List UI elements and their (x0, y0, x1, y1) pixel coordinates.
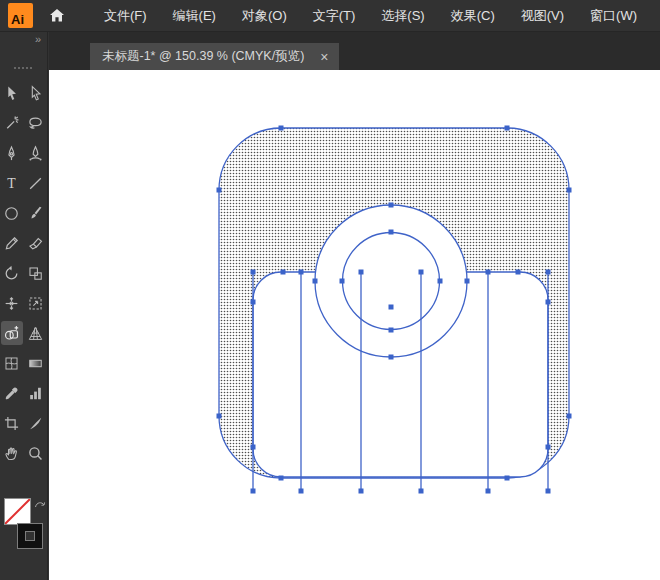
mesh-icon (3, 355, 20, 372)
illustrator-window: Ai 文件(F) 编辑(E) 对象(O) 文字(T) 选择(S) 效果(C) 视… (0, 0, 660, 580)
menu-item-edit[interactable]: 编辑(E) (160, 0, 229, 32)
zoom-tool[interactable] (25, 441, 47, 465)
anchor-point (419, 270, 424, 275)
selection-arrow-icon (3, 85, 20, 102)
none-fill-icon (5, 499, 30, 524)
direct-selection-tool[interactable] (25, 81, 47, 105)
anchor-point (567, 188, 572, 193)
fill-stroke-controls (4, 498, 48, 560)
menu-bar: Ai 文件(F) 编辑(E) 对象(O) 文字(T) 选择(S) 效果(C) 视… (0, 0, 660, 32)
fill-swatch[interactable] (4, 498, 31, 525)
menu-item-type[interactable]: 文字(T) (300, 0, 369, 32)
mesh-tool[interactable] (1, 351, 23, 375)
anchor-point (505, 126, 510, 131)
anchor-point (389, 203, 394, 208)
anchor-point (505, 476, 510, 481)
artwork (49, 70, 660, 580)
anchor-point (359, 489, 364, 494)
pen-tool[interactable] (1, 141, 23, 165)
app-logo: Ai (8, 3, 33, 28)
anchor-point (567, 414, 572, 419)
line-segment-tool[interactable] (25, 171, 47, 195)
shape-builder-tool[interactable] (1, 321, 23, 345)
type-tool[interactable]: T (1, 171, 23, 195)
anchor-point (465, 279, 470, 284)
stroke-swatch-hole (25, 531, 35, 541)
hand-tool[interactable] (1, 441, 23, 465)
slice-tool[interactable] (25, 411, 47, 435)
column-graph-icon (27, 385, 44, 402)
canvas[interactable] (49, 70, 660, 580)
paintbrush-icon (27, 205, 44, 222)
eraser-tool[interactable] (25, 231, 47, 255)
width-tool[interactable] (1, 291, 23, 315)
document-tab[interactable]: 未标题-1* @ 150.39 % (CMYK/预览) × (90, 43, 339, 70)
anchor-point (389, 328, 394, 333)
lasso-tool[interactable] (25, 111, 47, 135)
anchor-point (419, 489, 424, 494)
menu-item-file[interactable]: 文件(F) (91, 0, 160, 32)
home-icon (49, 8, 65, 23)
free-transform-tool[interactable] (25, 291, 47, 315)
zoom-icon (27, 445, 44, 462)
rotate-tool[interactable] (1, 261, 23, 285)
width-icon (3, 295, 20, 312)
magic-wand-tool[interactable] (1, 111, 23, 135)
anchor-point (251, 445, 256, 450)
selection-tool[interactable] (1, 81, 23, 105)
anchor-point (299, 489, 304, 494)
scale-icon (27, 265, 44, 282)
anchor-point (313, 279, 318, 284)
menu-items: 文件(F) 编辑(E) 对象(O) 文字(T) 选择(S) 效果(C) 视图(V… (91, 0, 650, 32)
document-tab-title: 未标题-1* @ 150.39 % (CMYK/预览) (102, 48, 304, 65)
magic-wand-icon (3, 115, 20, 132)
free-transform-icon (27, 295, 44, 312)
anchor-point (389, 230, 394, 235)
anchor-point (359, 270, 364, 275)
eyedropper-icon (3, 385, 20, 402)
menu-item-effect[interactable]: 效果(C) (438, 0, 508, 32)
stroke-swatch[interactable] (17, 523, 43, 549)
line-segment-icon (27, 175, 44, 192)
lasso-icon (27, 115, 44, 132)
anchor-point (217, 188, 222, 193)
scale-tool[interactable] (25, 261, 47, 285)
anchor-point (546, 489, 551, 494)
anchor-point (516, 270, 521, 275)
anchor-point (340, 279, 345, 284)
paintbrush-tool[interactable] (25, 201, 47, 225)
swap-fill-stroke-icon[interactable] (34, 495, 46, 513)
eraser-icon (27, 235, 44, 252)
ellipse-tool[interactable] (1, 201, 23, 225)
tab-close-icon[interactable]: × (320, 50, 328, 64)
curvature-tool[interactable] (25, 141, 47, 165)
perspective-grid-tool[interactable] (25, 321, 47, 345)
home-button[interactable] (49, 8, 65, 23)
toolbar-collapse-icon[interactable]: » (35, 33, 41, 45)
artboard-tool[interactable] (1, 411, 23, 435)
artboard-icon (3, 415, 20, 432)
tools-panel: » (0, 32, 48, 580)
direct-selection-arrow-icon (27, 85, 44, 102)
anchor-point (251, 300, 256, 305)
anchor-point (546, 445, 551, 450)
anchor-point (279, 476, 284, 481)
rotate-icon (3, 265, 20, 282)
pencil-tool[interactable] (1, 231, 23, 255)
anchor-point (486, 489, 491, 494)
toolbar-grip[interactable] (13, 56, 35, 74)
anchor-point (279, 126, 284, 131)
anchor-point (486, 270, 491, 275)
menu-item-window[interactable]: 窗口(W) (577, 0, 650, 32)
gradient-tool[interactable] (25, 351, 47, 375)
column-graph-tool[interactable] (25, 381, 47, 405)
outer-circle-shape[interactable] (315, 205, 467, 357)
menu-item-object[interactable]: 对象(O) (229, 0, 300, 32)
eyedropper-tool[interactable] (1, 381, 23, 405)
anchor-point (299, 270, 304, 275)
perspective-grid-icon (27, 325, 44, 342)
anchor-point (438, 279, 443, 284)
curvature-pen-icon (27, 145, 44, 162)
menu-item-select[interactable]: 选择(S) (368, 0, 437, 32)
menu-item-view[interactable]: 视图(V) (508, 0, 577, 32)
